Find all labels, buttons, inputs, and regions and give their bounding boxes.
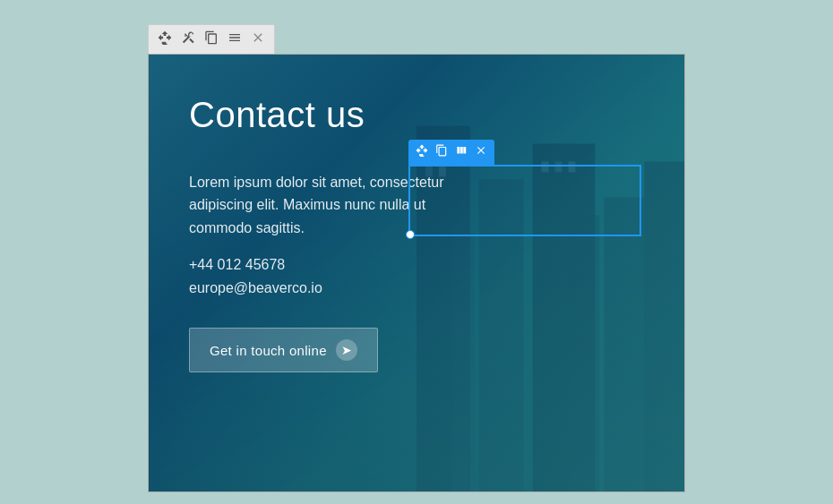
copy-icon[interactable] — [204, 30, 219, 48]
floating-toolbar — [408, 140, 641, 236]
float-columns-icon[interactable] — [455, 144, 468, 160]
content-area: Contact us Lorem ipsum dolor sit amet, c… — [148, 54, 685, 492]
selection-handle[interactable] — [406, 230, 415, 239]
wrench-icon[interactable] — [181, 30, 195, 48]
email-address: europe@beaverco.io — [189, 280, 644, 296]
selection-box — [408, 165, 641, 236]
arrow-circle-icon: ➤ — [336, 339, 357, 361]
float-close-icon[interactable] — [475, 144, 487, 160]
editor-wrapper: Contact us Lorem ipsum dolor sit amet, c… — [148, 24, 685, 481]
float-copy-icon[interactable] — [435, 144, 448, 160]
cta-button[interactable]: Get in touch online ➤ — [189, 328, 378, 372]
float-move-icon[interactable] — [416, 144, 428, 160]
close-icon[interactable] — [251, 30, 265, 48]
top-toolbar[interactable] — [148, 24, 275, 54]
page-title: Contact us — [189, 95, 644, 135]
phone-number: +44 012 45678 — [189, 257, 644, 273]
float-toolbar-bar[interactable] — [408, 140, 494, 165]
cta-label: Get in touch online — [210, 343, 327, 358]
menu-icon[interactable] — [228, 30, 242, 48]
move-icon[interactable] — [158, 30, 172, 48]
